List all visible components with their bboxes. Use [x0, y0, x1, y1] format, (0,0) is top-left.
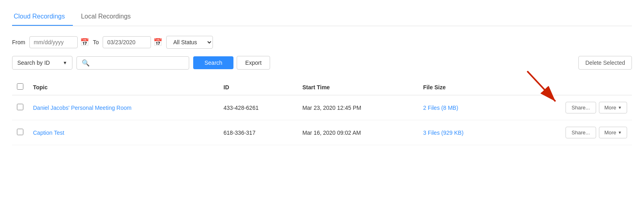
- export-button[interactable]: Export: [237, 56, 270, 70]
- more-button-0[interactable]: More ▼: [599, 102, 627, 113]
- search-by-label: Search by ID: [17, 60, 50, 66]
- topic-link-1[interactable]: Caption Test: [33, 130, 64, 136]
- search-by-dropdown[interactable]: Search by ID ▼: [12, 56, 72, 70]
- more-chevron-1: ▼: [618, 130, 622, 135]
- col-start-time: Start Time: [297, 79, 418, 95]
- tab-cloud-recordings[interactable]: Cloud Recordings: [12, 8, 73, 26]
- file-size-link-0[interactable]: 2 Files (8 MB): [423, 105, 458, 111]
- start-time-1: Mar 16, 2020 09:02 AM: [297, 120, 418, 145]
- recordings-table-wrapper: Topic ID Start Time File Size Daniel Jac…: [12, 79, 632, 145]
- delete-selected-button[interactable]: Delete Selected: [578, 56, 632, 70]
- topic-link-0[interactable]: Daniel Jacobs' Personal Meeting Room: [33, 105, 132, 111]
- from-date-input[interactable]: [29, 36, 78, 48]
- recordings-table: Topic ID Start Time File Size Daniel Jac…: [12, 79, 632, 145]
- more-chevron-0: ▼: [618, 105, 622, 110]
- status-dropdown[interactable]: All Status Completed Processing Failed: [166, 36, 213, 49]
- table-row: Caption Test 618-336-317 Mar 16, 2020 09…: [12, 120, 632, 145]
- share-button-0[interactable]: Share...: [566, 102, 596, 113]
- from-label: From: [12, 39, 25, 45]
- filter-row: From 📅 To 📅 All Status Completed Process…: [12, 36, 632, 49]
- col-topic: Topic: [28, 79, 219, 95]
- tab-local-recordings[interactable]: Local Recordings: [79, 8, 139, 26]
- from-calendar-icon[interactable]: 📅: [80, 38, 89, 47]
- search-icon: 🔍: [82, 59, 90, 67]
- select-all-checkbox[interactable]: [17, 83, 23, 90]
- tabs-bar: Cloud Recordings Local Recordings: [12, 8, 632, 26]
- col-file-size: File Size: [418, 79, 506, 95]
- search-input-wrapper: 🔍: [76, 56, 189, 70]
- file-size-link-1[interactable]: 3 Files (929 KB): [423, 130, 463, 136]
- col-actions: [506, 79, 632, 95]
- row-checkbox-0[interactable]: [17, 104, 23, 110]
- table-row: Daniel Jacobs' Personal Meeting Room 433…: [12, 95, 632, 120]
- to-label: To: [93, 39, 99, 45]
- chevron-down-icon: ▼: [63, 60, 67, 65]
- search-input[interactable]: [92, 60, 184, 66]
- row-checkbox-1[interactable]: [17, 129, 23, 135]
- col-id: ID: [219, 79, 297, 95]
- more-button-1[interactable]: More ▼: [599, 127, 627, 138]
- table-header-row: Topic ID Start Time File Size: [12, 79, 632, 95]
- search-button[interactable]: Search: [193, 56, 233, 69]
- to-calendar-icon[interactable]: 📅: [153, 38, 162, 47]
- share-button-1[interactable]: Share...: [566, 127, 596, 138]
- meeting-id-1: 618-336-317: [219, 120, 297, 145]
- meeting-id-0: 433-428-6261: [219, 95, 297, 120]
- start-time-0: Mar 23, 2020 12:45 PM: [297, 95, 418, 120]
- to-date-input[interactable]: [103, 36, 151, 48]
